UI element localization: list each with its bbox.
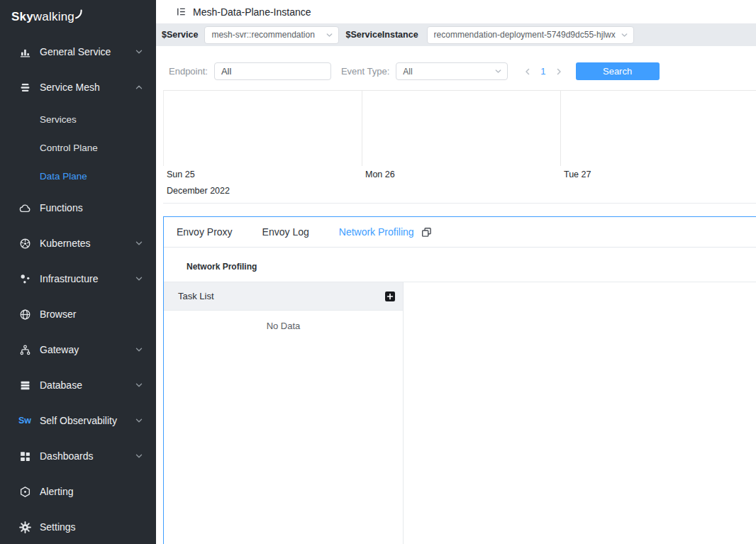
current-page-number[interactable]: 1 <box>540 66 545 77</box>
task-list-panel: Task List No Data <box>164 282 404 544</box>
cloud-icon <box>18 201 31 214</box>
service-select[interactable]: mesh-svr::recommendation <box>204 26 339 44</box>
service-instance-select-value: recommendation-deployment-5749d9dc55-hjl… <box>434 30 616 40</box>
grid-icon <box>18 450 31 462</box>
sidebar-item-label: Functions <box>40 202 143 213</box>
gear-icon <box>18 521 31 533</box>
prev-page-icon[interactable] <box>523 67 532 76</box>
tabs-widget[interactable]: Envoy Proxy Envoy Log Network Profiling … <box>163 216 756 544</box>
sidebar-subitem-label: Services <box>40 114 77 125</box>
sidebar-item-functions[interactable]: Functions <box>0 190 156 226</box>
sidebar-item-general-service[interactable]: General Service <box>0 34 156 70</box>
sidebar-item-label: Settings <box>40 521 143 533</box>
logo-text-primary: Sky <box>11 10 33 24</box>
sidebar-item-service-mesh[interactable]: Service Mesh <box>0 70 156 105</box>
sidebar: Skywalking General Service Service Mesh … <box>0 0 156 544</box>
chevron-down-icon <box>135 381 143 389</box>
timeline-column <box>164 91 362 166</box>
skywalking-logo[interactable]: Skywalking <box>0 0 156 34</box>
timeline-column <box>362 91 561 166</box>
sidebar-item-gateway[interactable]: Gateway <box>0 332 156 367</box>
selector-bar: $Service mesh-svr::recommendation $Servi… <box>156 23 756 46</box>
service-instance-label: $ServiceInstance <box>345 30 418 40</box>
sidebar-item-dashboards[interactable]: Dashboards <box>0 438 156 474</box>
tab-network-profiling[interactable]: Network Profiling <box>339 226 414 238</box>
chevron-down-icon <box>494 67 502 75</box>
chevron-down-icon <box>326 31 333 39</box>
app-root: Skywalking General Service Service Mesh … <box>0 0 756 544</box>
database-icon <box>18 379 31 392</box>
service-instance-select[interactable]: recommendation-deployment-5749d9dc55-hjl… <box>427 26 634 44</box>
day-label: Sun 25 <box>163 170 362 179</box>
sidebar-item-database[interactable]: Database <box>0 367 156 403</box>
event-type-select-value: All <box>403 67 412 77</box>
panel-title: Network Profiling <box>187 262 257 272</box>
sidebar-item-label: Service Mesh <box>40 82 135 93</box>
copy-icon[interactable] <box>421 227 432 238</box>
sidebar-item-control-plane[interactable]: Control Plane <box>0 133 156 162</box>
task-list-title: Task List <box>178 291 214 301</box>
sidebar-item-label: Dashboards <box>40 450 135 462</box>
search-button[interactable]: Search <box>576 62 660 80</box>
endpoint-input[interactable] <box>214 62 331 80</box>
sidebar-item-kubernetes[interactable]: Kubernetes <box>0 226 156 261</box>
mesh-icon <box>18 81 31 94</box>
sidebar-item-self-observability[interactable]: Sw Self Observability <box>0 403 156 438</box>
next-page-icon[interactable] <box>555 67 563 76</box>
day-label: Tue 27 <box>560 170 756 179</box>
chevron-down-icon <box>135 274 143 283</box>
tab-envoy-proxy[interactable]: Envoy Proxy <box>177 226 233 238</box>
task-list-header: Task List <box>164 282 403 311</box>
day-label: Mon 26 <box>362 170 560 179</box>
event-timeline: Sun 25 Mon 26 Tue 27 December 2022 <box>163 90 756 196</box>
sidebar-subitem-label: Data Plane <box>40 171 87 182</box>
panel-title-row: Network Profiling <box>164 248 756 282</box>
sidebar-item-browser[interactable]: Browser <box>0 296 156 332</box>
chevron-down-icon <box>135 239 143 248</box>
chevron-down-icon <box>135 416 143 425</box>
sidebar-item-label: General Service <box>40 46 135 57</box>
sidebar-item-alerting[interactable]: Alerting <box>0 474 156 509</box>
sidebar-item-label: Kubernetes <box>40 238 135 249</box>
sidebar-item-label: Alerting <box>40 486 143 497</box>
sw-icon: Sw <box>18 414 31 427</box>
tab-bar: Envoy Proxy Envoy Log Network Profiling <box>164 217 756 248</box>
timeline-day-labels: Sun 25 Mon 26 Tue 27 <box>163 166 756 179</box>
sidebar-item-data-plane[interactable]: Data Plane <box>0 162 156 190</box>
sidebar-item-infrastructure[interactable]: Infrastructure <box>0 261 156 296</box>
event-type-label: Event Type: <box>341 66 389 77</box>
logo-text-secondary: walking <box>33 10 74 24</box>
sidebar-item-label: Database <box>40 379 135 391</box>
chevron-down-icon <box>621 31 628 39</box>
service-label: $Service <box>162 30 198 40</box>
chevron-up-icon <box>135 83 143 91</box>
pagination: 1 <box>523 66 562 77</box>
event-type-select[interactable]: All <box>396 62 508 80</box>
chevron-down-icon <box>135 345 143 354</box>
main-content: Mesh-Data-Plane-Instance $Service mesh-s… <box>156 0 756 544</box>
events-widget: Endpoint: Event Type: All 1 <box>163 60 756 204</box>
chart-icon <box>18 45 31 58</box>
chevron-down-icon <box>135 48 143 56</box>
task-detail-panel <box>404 282 756 544</box>
event-controls: Endpoint: Event Type: All 1 <box>163 60 756 90</box>
sidebar-item-label: Browser <box>40 309 143 320</box>
chevron-down-icon <box>135 452 143 460</box>
kubernetes-icon <box>18 237 31 250</box>
endpoint-label: Endpoint: <box>169 66 208 77</box>
tab-envoy-log[interactable]: Envoy Log <box>262 226 309 238</box>
dashboard-template-icon <box>176 6 187 17</box>
service-select-value: mesh-svr::recommendation <box>211 30 314 40</box>
page-header: Mesh-Data-Plane-Instance <box>156 0 756 23</box>
sidebar-subitem-label: Control Plane <box>40 143 98 153</box>
page-title: Mesh-Data-Plane-Instance <box>193 6 311 18</box>
sidebar-item-settings[interactable]: Settings <box>0 509 156 544</box>
logo-swoosh-icon <box>75 9 84 20</box>
hexagon-alert-icon <box>18 485 31 498</box>
add-task-icon[interactable] <box>384 291 399 302</box>
network-profiling-panel: Task List No Data <box>164 282 756 544</box>
sidebar-item-label: Self Observability <box>40 415 135 426</box>
nodes-icon <box>18 272 31 285</box>
sidebar-item-services[interactable]: Services <box>0 105 156 133</box>
timeline-grid <box>163 90 756 166</box>
